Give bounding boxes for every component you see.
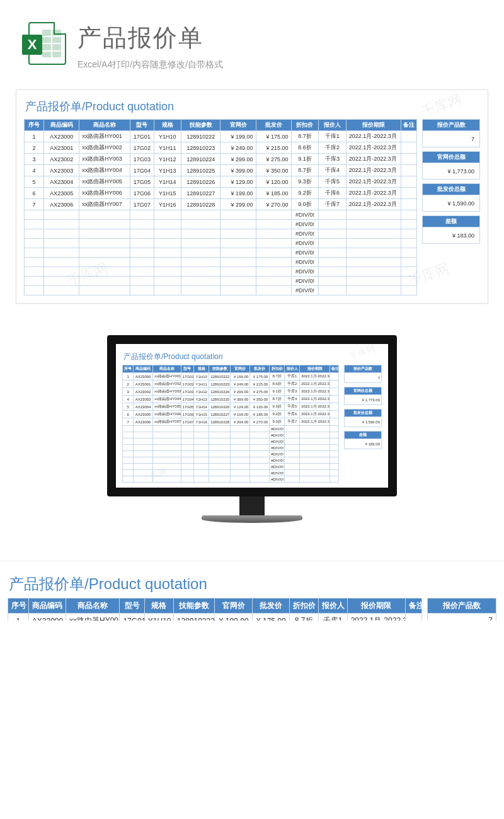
table-row-empty: #DIV/0! (25, 248, 417, 258)
column-header: 报价人 (318, 598, 347, 614)
cell-disc: 8.6折 (270, 381, 285, 388)
cell-no: 3 (123, 388, 134, 396)
cell-code: AX23000 (28, 614, 66, 621)
cell-period: 2022.1月-2022.3月 (346, 176, 401, 188)
table-row: 7AX23006xx路由器HY00717G07Y1H16128910228¥ 2… (25, 199, 417, 210)
table-row-empty: #DIV/0! (123, 438, 339, 445)
cell-error: #DIV/0! (291, 267, 319, 277)
cell-spec: Y1H15 (154, 188, 181, 199)
cell-period: 2022.1月-2022.3月 (300, 396, 330, 403)
cell-param: 128910227 (209, 411, 231, 418)
cell-param: 128910222 (209, 373, 231, 381)
cell-spec: Y1H11 (154, 142, 181, 154)
cell-note (401, 154, 417, 165)
bottom-zoomed-preview: 产品报价单/Product quotation序号商品编码商品名称型号规格技能参… (0, 561, 504, 621)
column-header: 报价期限 (347, 598, 405, 614)
cell-code: AX23001 (134, 381, 153, 388)
cell-code: AX23003 (134, 396, 153, 403)
table-row-empty: #DIV/0! (123, 470, 339, 476)
table-row-empty: #DIV/0! (25, 220, 417, 229)
column-header: 折扣价 (289, 598, 318, 614)
cell-whole: ¥ 215.00 (256, 142, 291, 154)
cell-disc: 8.7折 (289, 614, 318, 621)
cell-error: #DIV/0! (270, 470, 285, 476)
cell-error: #DIV/0! (270, 451, 285, 457)
cell-param: 128910222 (173, 614, 215, 621)
cell-disc: 9.0折 (270, 418, 285, 426)
cell-whole: ¥ 275.00 (250, 388, 270, 396)
cell-param: 128910223 (209, 381, 231, 388)
cell-param: 128910228 (181, 199, 220, 210)
cell-name: xx路由器HY005 (153, 403, 181, 411)
cell-name: xx路由器HY007 (153, 418, 181, 426)
cell-error: #DIV/0! (291, 286, 319, 295)
cell-person: 千库2 (319, 142, 346, 154)
cell-period: 2022.1月-2022.3月 (346, 188, 401, 199)
summary-count: 报价产品数7 (427, 598, 496, 621)
cell-note (330, 388, 339, 396)
summary-wholesale-total-label: 批发价总额 (345, 410, 382, 417)
table-row-empty: #DIV/0! (25, 267, 417, 277)
column-header: 商品编码 (44, 120, 79, 131)
cell-model: 17G07 (130, 199, 154, 210)
cell-web: ¥ 399.00 (220, 165, 256, 176)
cell-param: 128910226 (181, 176, 220, 188)
cell-period: 2022.1月-2022.3月 (300, 381, 330, 388)
cell-name: xx路由器HY006 (79, 188, 130, 199)
quotation-table: 序号商品编码商品名称型号规格技能参数官网价批发价折扣价报价人报价期限备注1AX2… (122, 365, 339, 483)
summary-wholesale-total-value: ¥ 1,590.00 (423, 195, 480, 212)
spreadsheet-preview-card: 千库网 千库网 千库网 产品报价单/Product quotation序号商品编… (16, 89, 488, 304)
column-header: 官网价 (215, 598, 252, 614)
table-row-empty: #DIV/0! (25, 286, 417, 295)
table-row-empty: #DIV/0! (25, 229, 417, 239)
cell-whole: ¥ 350.00 (250, 396, 270, 403)
cell-no: 2 (123, 381, 134, 388)
cell-person: 千库7 (285, 418, 300, 426)
cell-web: ¥ 199.00 (215, 614, 252, 621)
summary-count-value: 7 (428, 614, 496, 621)
cell-whole: ¥ 270.00 (250, 418, 270, 426)
cell-disc: 8.6折 (291, 142, 319, 154)
column-header: 技能参数 (181, 120, 220, 131)
cell-no: 6 (123, 411, 134, 418)
cell-spec: Y1H10 (144, 614, 173, 621)
cell-disc: 9.2折 (270, 411, 285, 418)
column-header: 报价人 (319, 120, 346, 131)
cell-model: 17G03 (130, 154, 154, 165)
cell-name: xx路由器HY001 (79, 131, 130, 142)
cell-error: #DIV/0! (291, 277, 319, 286)
column-header: 备注 (405, 598, 421, 614)
cell-spec: Y1H10 (194, 373, 209, 381)
cell-person: 千库2 (285, 381, 300, 388)
cell-param: 128910224 (209, 388, 231, 396)
column-header: 批发价 (250, 365, 270, 373)
cell-model: 17G07 (181, 418, 194, 426)
cell-model: 17G02 (130, 142, 154, 154)
cell-disc: 9.2折 (291, 188, 319, 199)
summary-difference-label: 差额 (423, 216, 480, 227)
cell-param: 128910225 (209, 396, 231, 403)
column-header: 序号 (123, 365, 134, 373)
page-subtitle: Excel/A4打印/内容随意修改/自带格式 (77, 59, 223, 71)
cell-code: AX23000 (44, 131, 79, 142)
cell-model: 17G04 (181, 396, 194, 403)
cell-code: AX23006 (44, 199, 79, 210)
summary-web-total-value: ¥ 1,773.00 (423, 163, 480, 180)
table-row-empty: #DIV/0! (123, 451, 339, 457)
cell-note (330, 373, 339, 381)
cell-param: 128910226 (209, 403, 231, 411)
table-row: 1AX23000xx路由器HY00117G01Y1H10128910222¥ 1… (25, 131, 417, 142)
cell-model: 17G05 (130, 176, 154, 188)
cell-no: 3 (25, 154, 44, 165)
summary-count-label: 报价产品数 (345, 365, 382, 373)
cell-code: AX23002 (134, 388, 153, 396)
cell-code: AX23006 (134, 418, 153, 426)
cell-name: xx路由器HY003 (79, 154, 130, 165)
quotation-table: 序号商品编码商品名称型号规格技能参数官网价批发价折扣价报价人报价期限备注1AX2… (24, 119, 417, 295)
cell-note (330, 396, 339, 403)
cell-spec: Y1H13 (194, 396, 209, 403)
column-header: 规格 (144, 598, 173, 614)
cell-person: 千库6 (285, 411, 300, 418)
cell-model: 17G06 (130, 188, 154, 199)
cell-param: 128910225 (181, 165, 220, 176)
